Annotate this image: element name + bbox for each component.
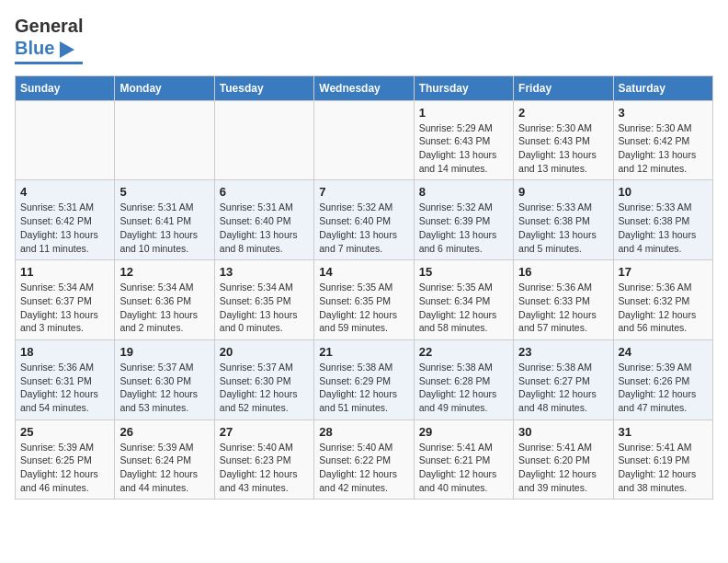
logo-general: General [15,16,83,36]
day-info: Sunrise: 5:41 AM Sunset: 6:19 PM Dayligh… [619,441,708,495]
calendar-cell [115,100,214,180]
day-info: Sunrise: 5:39 AM Sunset: 6:25 PM Dayligh… [20,441,109,495]
day-number: 28 [319,425,408,439]
day-info: Sunrise: 5:31 AM Sunset: 6:40 PM Dayligh… [220,201,309,255]
day-number: 17 [619,265,708,279]
day-info: Sunrise: 5:39 AM Sunset: 6:24 PM Dayligh… [119,441,209,495]
day-info: Sunrise: 5:33 AM Sunset: 6:38 PM Dayligh… [518,201,608,255]
svg-marker-0 [60,41,74,58]
calendar-cell: 22Sunrise: 5:38 AM Sunset: 6:28 PM Dayli… [414,339,513,419]
day-number: 1 [419,106,508,120]
calendar-cell: 2Sunrise: 5:30 AM Sunset: 6:43 PM Daylig… [514,100,613,180]
day-number: 21 [319,345,408,359]
day-number: 14 [319,265,408,279]
calendar-cell: 8Sunrise: 5:32 AM Sunset: 6:39 PM Daylig… [414,180,513,260]
day-info: Sunrise: 5:38 AM Sunset: 6:28 PM Dayligh… [419,361,508,415]
calendar-cell: 19Sunrise: 5:37 AM Sunset: 6:30 PM Dayli… [115,339,214,419]
day-number: 22 [419,345,508,359]
logo-blue: Blue [15,38,54,58]
logo-arrow-icon [54,38,76,58]
day-number: 9 [518,185,608,199]
day-number: 30 [518,425,608,439]
calendar-week-row: 25Sunrise: 5:39 AM Sunset: 6:25 PM Dayli… [16,419,713,500]
day-number: 8 [419,185,508,199]
page-header: GeneralBlue [15,15,713,64]
calendar-cell: 17Sunrise: 5:36 AM Sunset: 6:32 PM Dayli… [613,260,712,340]
calendar-cell: 26Sunrise: 5:39 AM Sunset: 6:24 PM Dayli… [115,419,214,500]
day-number: 24 [619,345,708,359]
day-info: Sunrise: 5:29 AM Sunset: 6:43 PM Dayligh… [419,121,508,176]
weekday-header-tuesday: Tuesday [214,75,313,100]
calendar-cell: 15Sunrise: 5:35 AM Sunset: 6:34 PM Dayli… [414,260,513,340]
day-number: 6 [220,185,309,199]
day-info: Sunrise: 5:34 AM Sunset: 6:36 PM Dayligh… [119,281,209,335]
calendar-cell: 10Sunrise: 5:33 AM Sunset: 6:38 PM Dayli… [613,180,712,260]
day-number: 5 [119,185,209,199]
weekday-header-wednesday: Wednesday [314,75,414,100]
day-number: 2 [518,106,608,120]
day-info: Sunrise: 5:41 AM Sunset: 6:20 PM Dayligh… [518,441,608,495]
day-number: 26 [119,425,209,439]
day-number: 29 [419,425,508,439]
calendar-cell: 30Sunrise: 5:41 AM Sunset: 6:20 PM Dayli… [514,419,613,500]
day-number: 19 [119,345,209,359]
day-info: Sunrise: 5:37 AM Sunset: 6:30 PM Dayligh… [220,361,309,415]
calendar-week-row: 1Sunrise: 5:29 AM Sunset: 6:43 PM Daylig… [16,100,713,180]
day-number: 20 [220,345,309,359]
day-number: 31 [619,425,708,439]
logo-text: GeneralBlue [15,15,83,60]
calendar-week-row: 11Sunrise: 5:34 AM Sunset: 6:37 PM Dayli… [16,260,713,340]
day-info: Sunrise: 5:33 AM Sunset: 6:38 PM Dayligh… [619,201,708,255]
weekday-header-friday: Friday [514,75,613,100]
calendar-week-row: 18Sunrise: 5:36 AM Sunset: 6:31 PM Dayli… [16,339,713,419]
day-number: 10 [619,185,708,199]
day-info: Sunrise: 5:36 AM Sunset: 6:31 PM Dayligh… [20,361,109,415]
day-info: Sunrise: 5:35 AM Sunset: 6:34 PM Dayligh… [419,281,508,335]
calendar-cell: 28Sunrise: 5:40 AM Sunset: 6:22 PM Dayli… [314,419,414,500]
day-info: Sunrise: 5:36 AM Sunset: 6:33 PM Dayligh… [518,281,608,335]
logo-underline [15,62,83,64]
calendar-cell: 5Sunrise: 5:31 AM Sunset: 6:41 PM Daylig… [115,180,214,260]
calendar-cell: 7Sunrise: 5:32 AM Sunset: 6:40 PM Daylig… [314,180,414,260]
calendar-table: SundayMondayTuesdayWednesdayThursdayFrid… [15,75,713,500]
day-number: 25 [20,425,109,439]
calendar-cell: 11Sunrise: 5:34 AM Sunset: 6:37 PM Dayli… [16,260,115,340]
day-number: 27 [220,425,309,439]
day-info: Sunrise: 5:38 AM Sunset: 6:27 PM Dayligh… [518,361,608,415]
day-info: Sunrise: 5:40 AM Sunset: 6:23 PM Dayligh… [220,441,309,495]
calendar-cell [16,100,115,180]
calendar-cell: 27Sunrise: 5:40 AM Sunset: 6:23 PM Dayli… [214,419,313,500]
day-number: 3 [619,106,708,120]
day-number: 7 [319,185,408,199]
day-number: 12 [119,265,209,279]
weekday-header-monday: Monday [115,75,214,100]
calendar-cell: 21Sunrise: 5:38 AM Sunset: 6:29 PM Dayli… [314,339,414,419]
day-info: Sunrise: 5:38 AM Sunset: 6:29 PM Dayligh… [319,361,408,415]
calendar-cell: 3Sunrise: 5:30 AM Sunset: 6:42 PM Daylig… [613,100,712,180]
day-number: 15 [419,265,508,279]
calendar-cell: 20Sunrise: 5:37 AM Sunset: 6:30 PM Dayli… [214,339,313,419]
day-info: Sunrise: 5:35 AM Sunset: 6:35 PM Dayligh… [319,281,408,335]
day-info: Sunrise: 5:31 AM Sunset: 6:42 PM Dayligh… [20,201,109,255]
day-number: 11 [20,265,109,279]
day-number: 13 [220,265,309,279]
day-info: Sunrise: 5:36 AM Sunset: 6:32 PM Dayligh… [619,281,708,335]
calendar-cell: 12Sunrise: 5:34 AM Sunset: 6:36 PM Dayli… [115,260,214,340]
day-number: 16 [518,265,608,279]
calendar-cell [314,100,414,180]
calendar-cell: 23Sunrise: 5:38 AM Sunset: 6:27 PM Dayli… [514,339,613,419]
calendar-cell: 18Sunrise: 5:36 AM Sunset: 6:31 PM Dayli… [16,339,115,419]
weekday-header-sunday: Sunday [16,75,115,100]
calendar-week-row: 4Sunrise: 5:31 AM Sunset: 6:42 PM Daylig… [16,180,713,260]
day-info: Sunrise: 5:34 AM Sunset: 6:37 PM Dayligh… [20,281,109,335]
day-info: Sunrise: 5:40 AM Sunset: 6:22 PM Dayligh… [319,441,408,495]
calendar-cell: 16Sunrise: 5:36 AM Sunset: 6:33 PM Dayli… [514,260,613,340]
calendar-cell: 13Sunrise: 5:34 AM Sunset: 6:35 PM Dayli… [214,260,313,340]
day-number: 23 [518,345,608,359]
calendar-cell: 31Sunrise: 5:41 AM Sunset: 6:19 PM Dayli… [613,419,712,500]
calendar-cell: 9Sunrise: 5:33 AM Sunset: 6:38 PM Daylig… [514,180,613,260]
calendar-cell [214,100,313,180]
calendar-cell: 29Sunrise: 5:41 AM Sunset: 6:21 PM Dayli… [414,419,513,500]
day-number: 4 [20,185,109,199]
day-info: Sunrise: 5:30 AM Sunset: 6:42 PM Dayligh… [619,121,708,176]
